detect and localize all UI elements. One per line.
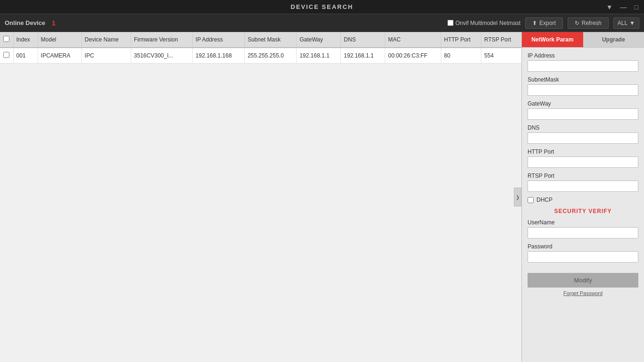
th-http-port: HTTP Port [441,32,481,48]
th-gateway: GateWay [297,32,341,48]
onvif-multimodel-checkbox[interactable] [447,20,454,26]
subnet-mask-field-group: SubnetMask [528,76,638,96]
tab-upgrade[interactable]: Upgrade [583,32,644,47]
modify-label: Modify [574,277,592,284]
main-layout: Index Model Device Name Firmware Version… [0,32,644,362]
table-row[interactable]: 001 IPCAMERA IPC 3516CV300_I... 192.168.… [0,48,521,64]
upgrade-tab-label: Upgrade [602,36,625,43]
th-mac: MAC [385,32,441,48]
online-device-label: Online Device [5,19,45,26]
refresh-icon: ↻ [575,20,579,26]
table-header: Index Model Device Name Firmware Version… [0,32,521,48]
th-model: Model [38,32,82,48]
td-mac: 00:00:26:C3:FF [385,48,441,64]
security-verify-section: SECURITY VERIFY UserName Password Modify… [528,208,638,296]
export-icon: ⬆ [532,20,537,26]
row-checkbox[interactable] [3,52,9,58]
tab-row: NetWork Param Upgrade [522,32,644,48]
username-label: UserName [528,219,638,226]
username-field-group: UserName [528,219,638,239]
th-subnet-mask: Subnet Mask [245,32,297,48]
refresh-label: Refresh [582,20,602,26]
all-dropdown[interactable]: ALL ▼ [613,17,639,29]
username-input[interactable] [528,227,638,239]
td-dns: 192.168.1.1 [341,48,385,64]
td-device-name: IPC [82,48,131,64]
th-checkbox [0,32,13,48]
network-param-tab-label: NetWork Param [531,36,573,43]
device-table: Index Model Device Name Firmware Version… [0,32,521,64]
ip-address-field-group: IP Address [528,52,638,72]
http-port-label: HTTP Port [528,148,638,155]
td-http-port: 80 [441,48,481,64]
th-dns: DNS [341,32,385,48]
gateway-input[interactable] [528,108,638,120]
ip-address-input[interactable] [528,60,638,72]
dhcp-checkbox[interactable] [528,197,534,203]
td-ip-address: 192.168.1.168 [192,48,244,64]
collapse-button[interactable]: ❯ [514,188,521,206]
dns-field-group: DNS [528,124,638,144]
device-count-badge: 1 [52,19,56,27]
password-label: Password [528,243,638,250]
export-label: Export [539,20,556,26]
dhcp-row: DHCP [528,197,638,203]
app-title: DEVICE SEARCH [291,3,354,10]
security-verify-title: SECURITY VERIFY [528,208,638,214]
rtsp-port-input[interactable] [528,181,638,192]
dropdown-arrow-icon: ▼ [629,20,635,26]
http-port-field-group: HTTP Port [528,148,638,168]
maximize-button[interactable]: □ [633,2,640,12]
table-area: Index Model Device Name Firmware Version… [0,32,521,362]
toolbar: Online Device 1 Onvif Multimodel Netmast… [0,14,644,32]
th-rtsp-port: RTSP Port [481,32,521,48]
td-model: IPCAMERA [38,48,82,64]
dns-input[interactable] [528,132,638,144]
netmast-label: Netmast [499,20,520,26]
gateway-label: GateWay [528,100,638,107]
select-all-checkbox[interactable] [3,36,9,42]
password-input[interactable] [528,251,638,263]
dns-label: DNS [528,124,638,131]
password-field-group: Password [528,243,638,263]
rtsp-port-field-group: RTSP Port [528,173,638,192]
ip-address-label: IP Address [528,52,638,59]
refresh-button[interactable]: ↻ Refresh [568,17,609,29]
title-bar: DEVICE SEARCH ▼ — □ [0,0,644,14]
subnet-mask-label: SubnetMask [528,76,638,83]
th-firmware-version: Firmware Version [131,32,193,48]
right-panel: NetWork Param Upgrade IP Address SubnetM… [521,32,644,362]
window-controls: ▼ — □ [604,2,640,12]
th-device-name: Device Name [82,32,131,48]
tab-network-param[interactable]: NetWork Param [522,32,583,47]
rtsp-port-label: RTSP Port [528,173,638,179]
td-subnet-mask: 255.255.255.0 [245,48,297,64]
td-checkbox [0,48,13,64]
td-gateway: 192.168.1.1 [297,48,341,64]
modify-button[interactable]: Modify [528,273,638,288]
minimize-button[interactable]: — [619,2,629,12]
all-label: ALL [618,20,627,26]
subnet-mask-input[interactable] [528,84,638,96]
filter-button[interactable]: ▼ [604,2,615,12]
onvif-multimodel-checkbox-wrap: Onvif Multimodel Netmast [447,20,520,26]
gateway-field-group: GateWay [528,100,638,120]
table-body: 001 IPCAMERA IPC 3516CV300_I... 192.168.… [0,48,521,64]
http-port-input[interactable] [528,156,638,168]
th-ip-address: IP Address [192,32,244,48]
td-rtsp-port: 554 [481,48,521,64]
chevron-right-icon: ❯ [516,195,520,200]
panel-content: IP Address SubnetMask GateWay DNS HTTP P… [522,48,644,362]
td-index: 001 [13,48,38,64]
dhcp-label: DHCP [537,197,553,203]
export-button[interactable]: ⬆ Export [525,17,563,29]
td-firmware-version: 3516CV300_I... [131,48,193,64]
forget-password-link[interactable]: Forget Password [528,290,638,296]
th-index: Index [13,32,38,48]
onvif-multimodel-label: Onvif Multimodel [455,20,497,26]
